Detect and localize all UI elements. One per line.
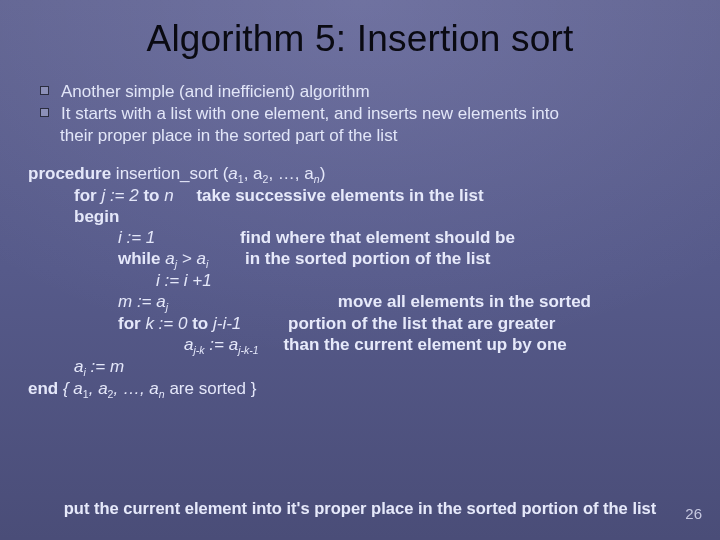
eq: := a bbox=[205, 335, 239, 354]
end-body: { a bbox=[58, 379, 83, 398]
annotation-find: find where that element should be bbox=[240, 228, 515, 247]
keyword-to: to bbox=[192, 314, 208, 333]
keyword-for: for bbox=[118, 314, 141, 333]
keyword-end: end bbox=[28, 379, 58, 398]
code-line: while aj > ai in the sorted portion of t… bbox=[28, 249, 720, 271]
code-line: ai := m bbox=[28, 357, 720, 379]
sep: , a bbox=[89, 379, 108, 398]
i-init: i := 1 bbox=[118, 228, 155, 247]
m-line: m := a bbox=[118, 292, 166, 311]
annotation-sorted: in the sorted portion of the list bbox=[245, 249, 491, 268]
paren: ) bbox=[320, 164, 326, 183]
bullet-item: Another simple (and inefficient) algorit… bbox=[40, 82, 720, 102]
code-line: i := i +1 bbox=[28, 271, 720, 292]
sep: , …, a bbox=[268, 164, 313, 183]
proc-name: insertion_sort ( bbox=[111, 164, 228, 183]
sub: j bbox=[166, 301, 168, 313]
annotation-move2: portion of the list that are greater bbox=[288, 314, 555, 333]
for-body: j := 2 bbox=[97, 186, 144, 205]
arg: a bbox=[228, 164, 237, 183]
gt: > a bbox=[177, 249, 206, 268]
keyword-procedure: procedure bbox=[28, 164, 111, 183]
ai-m2: := m bbox=[86, 357, 124, 376]
keyword-begin: begin bbox=[74, 207, 119, 226]
for2-body: j-i-1 bbox=[208, 314, 241, 333]
page-number: 26 bbox=[685, 505, 702, 522]
code-line: m := aj move all elements in the sorted bbox=[28, 292, 720, 314]
code-line: aj-k := aj-k-1 than the current element … bbox=[28, 335, 720, 357]
code-line: for k := 0 to j-i-1 portion of the list … bbox=[28, 314, 720, 335]
annotation-move1: move all elements in the sorted bbox=[338, 292, 591, 311]
sep: , …, a bbox=[113, 379, 158, 398]
keyword-while: while bbox=[118, 249, 161, 268]
footnote-annotation: put the current element into it's proper… bbox=[0, 499, 720, 518]
keyword-for: for bbox=[74, 186, 97, 205]
bullet-list: Another simple (and inefficient) algorit… bbox=[40, 82, 720, 146]
sep: , a bbox=[244, 164, 263, 183]
for-body: n bbox=[160, 186, 174, 205]
annotation-take: take successive elements in the list bbox=[196, 186, 483, 205]
slide-title: Algorithm 5: Insertion sort bbox=[0, 18, 720, 60]
sub: j-k bbox=[193, 344, 204, 356]
sub: j-k-1 bbox=[238, 344, 258, 356]
code-line: i := 1 find where that element should be bbox=[28, 228, 720, 249]
code-line: procedure insertion_sort (a1, a2, …, an) bbox=[28, 164, 720, 186]
code-line: end { a1, a2, …, an are sorted } bbox=[28, 379, 720, 401]
bullet-item: It starts with a list with one element, … bbox=[40, 104, 720, 124]
code-line: begin bbox=[28, 207, 720, 228]
pseudocode-block: procedure insertion_sort (a1, a2, …, an)… bbox=[28, 164, 720, 401]
for2-body: k := 0 bbox=[141, 314, 193, 333]
while-pre: a bbox=[161, 249, 175, 268]
bullet-continuation: their proper place in the sorted part of… bbox=[60, 126, 720, 146]
end-tail: are sorted } bbox=[165, 379, 257, 398]
sub: i bbox=[206, 258, 208, 270]
annotation-move3: than the current element up by one bbox=[283, 335, 566, 354]
i-inc: i := i +1 bbox=[156, 271, 212, 290]
code-line: for j := 2 to n take successive elements… bbox=[28, 186, 720, 207]
keyword-to: to bbox=[143, 186, 159, 205]
